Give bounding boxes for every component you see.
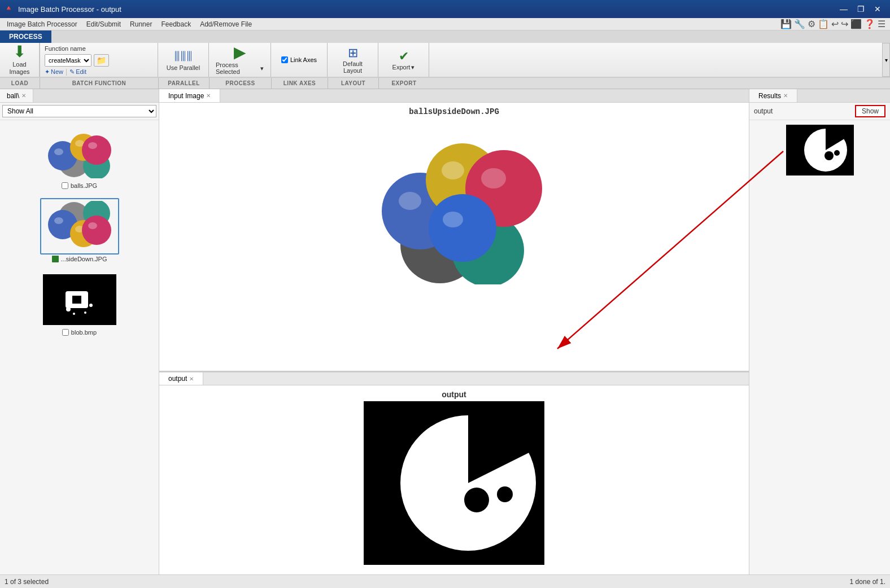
status-right: 1 done of 1. xyxy=(850,578,885,586)
right-panel: Results ✕ output Show xyxy=(749,89,890,574)
parallel-label: PARALLEL xyxy=(158,78,209,89)
new-icon: ✦ xyxy=(45,68,50,76)
input-image-title: ballsUpsideDown.JPG xyxy=(409,107,499,116)
function-select[interactable]: createMask xyxy=(45,55,91,66)
image-checkbox-blob[interactable] xyxy=(62,329,69,336)
toolbar-icon7[interactable]: ⬛ xyxy=(850,19,862,29)
menu-item-add[interactable]: Add/Remove File xyxy=(195,19,256,29)
default-layout-button[interactable]: Default Layout xyxy=(334,60,371,74)
svg-point-20 xyxy=(66,307,71,311)
input-tab-close[interactable]: ✕ xyxy=(206,93,211,99)
show-button[interactable]: Show xyxy=(855,105,885,117)
toolbar: ⬇ Load Images Function name createMask 📁… xyxy=(0,43,890,78)
list-item[interactable]: ...sideDown.JPG xyxy=(2,198,156,262)
load-label: LOAD xyxy=(0,78,40,89)
svg-point-39 xyxy=(464,488,489,512)
show-all-filter[interactable]: Show All xyxy=(2,105,156,117)
left-panel: ball\ ✕ Show All xyxy=(0,89,159,574)
balls-upside-svg xyxy=(43,201,116,252)
output-area: output ✕ output xyxy=(159,371,749,574)
maximize-button[interactable]: ❐ xyxy=(853,3,869,15)
link-axes-section: Link Axes xyxy=(271,43,328,77)
section-labels-row: LOAD BATCH FUNCTION PARALLEL PROCESS LIN… xyxy=(0,78,890,89)
image-list: balls.JPG xyxy=(0,120,159,574)
toolbar-save-icon[interactable]: 💾 xyxy=(780,19,792,29)
folder-button[interactable]: 📁 xyxy=(94,54,109,67)
link-axes-control[interactable]: Link Axes xyxy=(281,56,317,63)
app-icon: 🔺 xyxy=(5,4,15,14)
green-indicator xyxy=(52,256,59,262)
svg-point-21 xyxy=(89,304,93,307)
use-parallel-button[interactable]: Use Parallel xyxy=(167,64,200,71)
image-checkbox-balls[interactable] xyxy=(62,182,68,189)
window-title: Image Batch Processor - output xyxy=(18,5,836,14)
toolbar-menu-icon[interactable]: ☰ xyxy=(878,19,885,29)
toolbar-help-icon[interactable]: ❓ xyxy=(864,19,875,29)
svg-point-34 xyxy=(481,168,506,188)
image-thumbnail-balls-upside xyxy=(40,198,119,254)
menu-item-feedback[interactable]: Feedback xyxy=(156,19,195,29)
left-panel-tab-close[interactable]: ✕ xyxy=(21,93,26,99)
right-panel-tabs: Results ✕ xyxy=(749,89,890,103)
toolbar-scroll-button[interactable]: ▾ xyxy=(882,43,890,77)
results-tab[interactable]: Results ✕ xyxy=(749,89,797,102)
svg-point-44 xyxy=(834,150,840,156)
function-dropdown[interactable]: createMask xyxy=(45,54,91,67)
image-thumbnail-balls xyxy=(40,125,119,181)
toolbar-icon6[interactable]: ↪ xyxy=(841,19,848,29)
list-item[interactable]: balls.JPG xyxy=(2,125,156,189)
input-image-tab[interactable]: Input Image ✕ xyxy=(159,89,220,102)
toolbar-icon4[interactable]: 📋 xyxy=(818,19,829,29)
output-mask-svg xyxy=(364,401,544,565)
minimize-button[interactable]: — xyxy=(836,3,852,15)
input-image-area: ballsUpsideDown.JPG xyxy=(159,103,749,371)
results-thumb-svg xyxy=(786,125,854,175)
window-controls: — ❐ ✕ xyxy=(836,3,885,15)
menu-item-app[interactable]: Image Batch Processor xyxy=(2,19,82,29)
menu-item-edit[interactable]: Edit/Submit xyxy=(82,19,125,29)
results-tab-close[interactable]: ✕ xyxy=(783,93,788,99)
svg-point-36 xyxy=(443,212,463,227)
image-thumbnail-blob xyxy=(40,271,119,328)
output-tab-close[interactable]: ✕ xyxy=(189,376,194,382)
load-icon: ⬇ xyxy=(13,44,26,60)
results-thumbnail-area xyxy=(749,120,890,180)
process-tab[interactable]: PROCESS xyxy=(0,30,51,43)
blob-svg xyxy=(43,274,116,325)
close-button[interactable]: ✕ xyxy=(870,3,885,15)
left-panel-tab-ball[interactable]: ball\ ✕ xyxy=(0,89,33,102)
link-axes-checkbox[interactable] xyxy=(281,56,288,63)
load-section: ⬇ Load Images xyxy=(0,43,40,77)
svg-point-22 xyxy=(73,313,75,315)
svg-point-11 xyxy=(54,217,63,224)
export-button[interactable]: Export ▾ xyxy=(392,64,415,71)
export-section: ✔ Export ▾ xyxy=(378,43,429,77)
edit-icon: ✎ xyxy=(69,68,75,76)
center-tabs: Input Image ✕ xyxy=(159,89,749,103)
menu-item-runner[interactable]: Runner xyxy=(125,19,156,29)
main-balls-svg xyxy=(364,121,544,284)
process-label: PROCESS xyxy=(209,78,271,89)
left-panel-tabs: ball\ ✕ xyxy=(0,89,159,103)
load-button[interactable]: Load Images xyxy=(7,61,32,76)
results-header: output Show xyxy=(749,103,890,120)
image-label-balls: balls.JPG xyxy=(71,182,97,189)
output-tab[interactable]: output ✕ xyxy=(159,372,203,385)
new-function-button[interactable]: ✦ New xyxy=(45,68,63,76)
output-content: output xyxy=(159,385,749,574)
toolbar-icon5[interactable]: ↩ xyxy=(831,19,839,29)
image-label-row-balls-upside: ...sideDown.JPG xyxy=(52,256,107,262)
dropdown-arrow-icon: ▾ xyxy=(260,65,264,72)
edit-function-button[interactable]: ✎ Edit xyxy=(69,68,86,76)
batch-function-section: Function name createMask 📁 ✦ New | ✎ Edi… xyxy=(40,43,158,77)
output-tab-bar: output ✕ xyxy=(159,372,749,385)
toolbar-icon3[interactable]: ⚙ xyxy=(808,19,815,29)
list-item[interactable]: blob.bmp xyxy=(2,271,156,336)
menubar: Image Batch Processor Edit/Submit Runner… xyxy=(0,18,890,30)
toolbar-icon2[interactable]: 🔧 xyxy=(794,19,805,29)
results-output-label: output xyxy=(754,107,773,115)
svg-rect-19 xyxy=(72,296,81,304)
svg-point-23 xyxy=(84,311,86,314)
process-selected-button[interactable]: Process Selected ▾ xyxy=(216,62,264,75)
export-dropdown-icon: ▾ xyxy=(411,64,415,71)
